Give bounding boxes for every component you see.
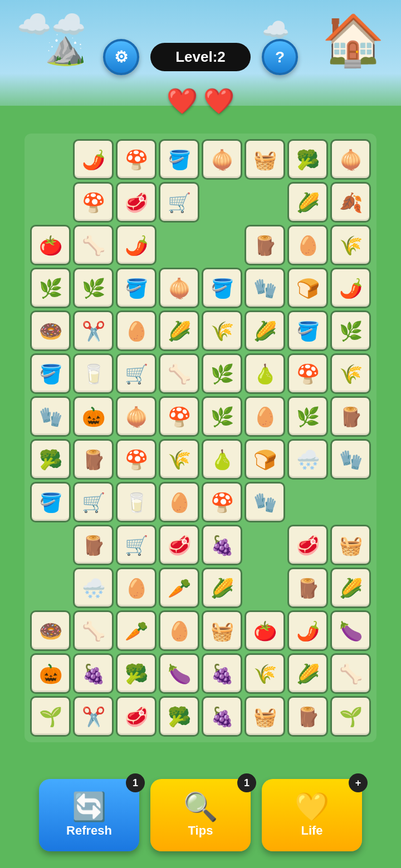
- cell-1-7[interactable]: 🍂: [330, 182, 371, 223]
- tips-button[interactable]: 1 🔍 Tips: [150, 779, 251, 851]
- cell-13-5[interactable]: 🧺: [244, 696, 285, 737]
- help-button[interactable]: ?: [262, 39, 298, 75]
- cell-2-7[interactable]: 🌾: [330, 225, 371, 265]
- cell-4-4[interactable]: 🌾: [202, 310, 242, 351]
- cell-12-3[interactable]: 🍆: [159, 653, 199, 694]
- cell-5-5[interactable]: 🍐: [244, 353, 285, 394]
- cell-13-7[interactable]: 🌱: [330, 696, 371, 737]
- cell-5-6[interactable]: 🍄: [287, 353, 328, 394]
- cell-11-6[interactable]: 🌶️: [287, 610, 328, 651]
- cell-4-6[interactable]: 🪣: [287, 310, 328, 351]
- cell-6-7[interactable]: 🪵: [330, 396, 371, 437]
- cell-11-3[interactable]: 🥚: [159, 610, 199, 651]
- cell-7-3[interactable]: 🌾: [159, 439, 199, 480]
- cell-8-2[interactable]: 🥛: [116, 482, 157, 522]
- cell-6-6[interactable]: 🌿: [287, 396, 328, 437]
- cell-3-5[interactable]: 🧤: [244, 268, 285, 308]
- cell-4-2[interactable]: 🥚: [116, 310, 157, 351]
- cell-13-1[interactable]: ✂️: [73, 696, 114, 737]
- cell-0-5[interactable]: 🧺: [244, 139, 285, 180]
- cell-7-6[interactable]: 🌨️: [287, 439, 328, 480]
- cell-7-0[interactable]: 🥦: [30, 439, 71, 480]
- cell-3-2[interactable]: 🪣: [116, 268, 157, 308]
- cell-10-4[interactable]: 🌽: [202, 568, 242, 608]
- cell-3-3[interactable]: 🧅: [159, 268, 199, 308]
- cell-5-7[interactable]: 🌾: [330, 353, 371, 394]
- cell-2-5[interactable]: 🪵: [244, 225, 285, 265]
- cell-9-3[interactable]: 🥩: [159, 525, 199, 565]
- cell-7-7[interactable]: 🧤: [330, 439, 371, 480]
- cell-4-7[interactable]: 🌿: [330, 310, 371, 351]
- cell-4-3[interactable]: 🌽: [159, 310, 199, 351]
- cell-2-2[interactable]: 🌶️: [116, 225, 157, 265]
- cell-0-2[interactable]: 🍄: [116, 139, 157, 180]
- cell-5-0[interactable]: 🪣: [30, 353, 71, 394]
- cell-9-6[interactable]: 🥩: [287, 525, 328, 565]
- cell-3-4[interactable]: 🪣: [202, 268, 242, 308]
- cell-12-6[interactable]: 🌽: [287, 653, 328, 694]
- cell-1-6[interactable]: 🌽: [287, 182, 328, 223]
- cell-13-4[interactable]: 🍇: [202, 696, 242, 737]
- cell-5-2[interactable]: 🛒: [116, 353, 157, 394]
- cell-4-5[interactable]: 🌽: [244, 310, 285, 351]
- cell-0-3[interactable]: 🪣: [159, 139, 199, 180]
- cell-6-3[interactable]: 🍄: [159, 396, 199, 437]
- cell-10-2[interactable]: 🥚: [116, 568, 157, 608]
- cell-11-1[interactable]: 🦴: [73, 610, 114, 651]
- cell-11-0[interactable]: 🍩: [30, 610, 71, 651]
- cell-12-2[interactable]: 🥦: [116, 653, 157, 694]
- cell-4-1[interactable]: ✂️: [73, 310, 114, 351]
- cell-6-4[interactable]: 🌿: [202, 396, 242, 437]
- cell-12-5[interactable]: 🌾: [244, 653, 285, 694]
- cell-9-4[interactable]: 🍇: [202, 525, 242, 565]
- cell-0-1[interactable]: 🌶️: [73, 139, 114, 180]
- cell-12-4[interactable]: 🍇: [202, 653, 242, 694]
- cell-7-1[interactable]: 🪵: [73, 439, 114, 480]
- cell-11-2[interactable]: 🥕: [116, 610, 157, 651]
- cell-0-7[interactable]: 🧅: [330, 139, 371, 180]
- cell-6-2[interactable]: 🧅: [116, 396, 157, 437]
- cell-11-4[interactable]: 🧺: [202, 610, 242, 651]
- cell-12-0[interactable]: 🎃: [30, 653, 71, 694]
- cell-6-5[interactable]: 🥚: [244, 396, 285, 437]
- cell-8-1[interactable]: 🛒: [73, 482, 114, 522]
- cell-2-0[interactable]: 🍅: [30, 225, 71, 265]
- cell-13-3[interactable]: 🥦: [159, 696, 199, 737]
- cell-1-3[interactable]: 🛒: [159, 182, 199, 223]
- cell-5-4[interactable]: 🌿: [202, 353, 242, 394]
- cell-3-6[interactable]: 🍞: [287, 268, 328, 308]
- cell-0-4[interactable]: 🧅: [202, 139, 242, 180]
- cell-10-6[interactable]: 🪵: [287, 568, 328, 608]
- cell-9-7[interactable]: 🧺: [330, 525, 371, 565]
- cell-11-7[interactable]: 🍆: [330, 610, 371, 651]
- cell-3-1[interactable]: 🌿: [73, 268, 114, 308]
- cell-10-3[interactable]: 🥕: [159, 568, 199, 608]
- cell-10-7[interactable]: 🌽: [330, 568, 371, 608]
- cell-8-0[interactable]: 🪣: [30, 482, 71, 522]
- cell-8-3[interactable]: 🥚: [159, 482, 199, 522]
- cell-11-5[interactable]: 🍅: [244, 610, 285, 651]
- cell-6-0[interactable]: 🧤: [30, 396, 71, 437]
- cell-8-5[interactable]: 🧤: [244, 482, 285, 522]
- cell-4-0[interactable]: 🍩: [30, 310, 71, 351]
- cell-9-2[interactable]: 🛒: [116, 525, 157, 565]
- cell-0-6[interactable]: 🥦: [287, 139, 328, 180]
- cell-12-1[interactable]: 🍇: [73, 653, 114, 694]
- cell-1-1[interactable]: 🍄: [73, 182, 114, 223]
- cell-5-1[interactable]: 🥛: [73, 353, 114, 394]
- refresh-button[interactable]: 1 🔄 Refresh: [39, 779, 139, 851]
- life-button[interactable]: + 💛 Life: [262, 779, 362, 851]
- cell-5-3[interactable]: 🦴: [159, 353, 199, 394]
- cell-7-4[interactable]: 🍐: [202, 439, 242, 480]
- cell-7-5[interactable]: 🍞: [244, 439, 285, 480]
- cell-8-4[interactable]: 🍄: [202, 482, 242, 522]
- cell-3-7[interactable]: 🌶️: [330, 268, 371, 308]
- cell-6-1[interactable]: 🎃: [73, 396, 114, 437]
- cell-13-0[interactable]: 🌱: [30, 696, 71, 737]
- cell-12-7[interactable]: 🦴: [330, 653, 371, 694]
- cell-1-2[interactable]: 🥩: [116, 182, 157, 223]
- cell-3-0[interactable]: 🌿: [30, 268, 71, 308]
- cell-2-6[interactable]: 🥚: [287, 225, 328, 265]
- cell-9-1[interactable]: 🪵: [73, 525, 114, 565]
- cell-13-6[interactable]: 🪵: [287, 696, 328, 737]
